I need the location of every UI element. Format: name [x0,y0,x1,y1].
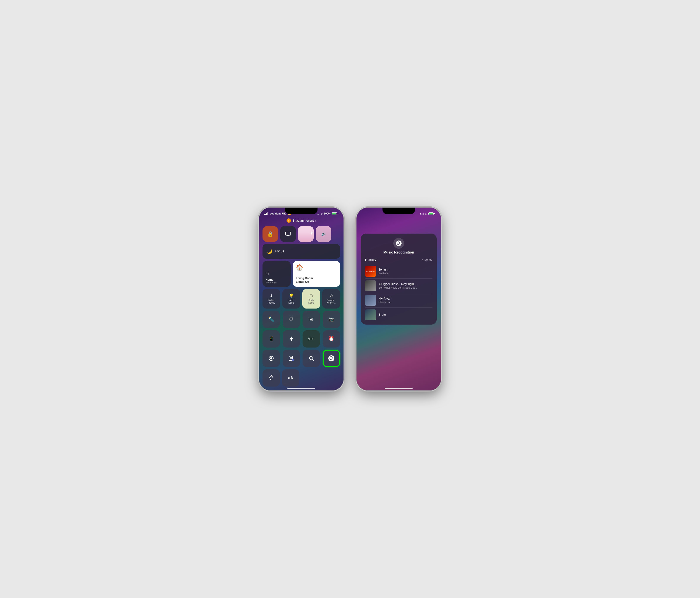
song-item-blast[interactable]: A Bigger Blast (Live;Origin... Ben Mille… [365,279,432,293]
svg-rect-4 [308,338,309,339]
timer-tile[interactable]: ⏱ [283,311,300,328]
phone2-screen: ▲▲▲ Music Recognition [356,208,441,390]
song-thumb-kaskade: KASKADE [365,266,376,277]
svg-rect-9 [312,338,313,339]
volume-icon: 🔊 [321,232,326,236]
steely-cover-art [365,295,376,306]
shazam-icon [328,355,335,362]
moon-icon: 🌙 [267,248,272,254]
phone1-screen: vodafone UK 📶 ▲ ⊙ 100% 🎙 Shazam, recentl… [259,208,344,390]
flashlight-icon: 🔦 [268,316,274,322]
home-sublabel: Favourites [266,281,277,284]
conserv-icon: ⊙ [330,293,333,298]
song-item-rival[interactable]: My Rival Steely Dan [365,293,432,308]
blast-info: A Bigger Blast (Live;Origin... Ben Mille… [379,282,432,289]
living-room-tile[interactable]: 🏠 Living RoomLights Off [293,261,340,287]
tonight-artist: Kaskade [379,272,432,275]
calculator-tile[interactable]: ⊞ [303,311,320,328]
rival-title: My Rival [379,297,432,300]
brightness-icon: ☀ [310,231,314,236]
remote-tile[interactable]: 📱 [262,330,280,348]
cc-row7 [262,350,340,367]
svg-rect-0 [285,232,291,235]
svg-rect-8 [312,338,312,340]
mirror-icon [285,232,291,236]
sound-analysis-tile[interactable] [303,330,320,348]
record-tile[interactable] [262,350,280,367]
focus-tile[interactable]: 🌙 Focus [262,244,340,259]
zoom-mag-tile[interactable] [303,350,320,367]
battery-icon2 [428,212,435,215]
status-right: ▲ ⊙ 100% [317,212,338,215]
alarm-icon: ⊙ [321,212,323,215]
home-icon: ⌂ [266,270,269,277]
blast-title: A Bigger Blast (Live;Origin... [379,282,432,286]
battery-icon [332,212,338,215]
phone2: ▲▲▲ Music Recognition [356,208,441,390]
shazam-logo-svg [396,240,402,246]
svg-point-12 [270,357,272,359]
timer-icon: ⏱ [289,316,294,322]
living-room-home-icon: 🏠 [296,264,303,271]
rival-info: My Rival Steely Dan [379,297,432,304]
text-size-icon: aA [288,376,293,380]
cc-row6: 📱 [262,330,340,348]
svg-rect-1 [287,236,289,236]
conservatory-tile[interactable]: ⊙ Conser...HomeP... [322,289,340,309]
cc-row8: aA [262,369,340,386]
living-label: Living...Lights [288,299,295,304]
home-label: Home [266,278,277,281]
waveform-icon [308,337,315,341]
cc-row3: ⌂ Home Favourites 🏠 Living RoomLights Of… [262,261,340,287]
cc-row5: 🔦 ⏱ ⊞ 📷 [262,311,340,328]
carrier-label: vodafone UK [270,212,286,215]
mr-history-header: History 4 Songs [365,258,432,262]
note-add-tile[interactable] [283,350,300,367]
shazam-logo [393,238,404,249]
notch2 [382,208,415,214]
screen-mirror-tile[interactable] [280,226,296,242]
kaskade-cover-art: KASKADE [365,266,376,277]
song-item-tonight[interactable]: KASKADE Tonight Kaskade [365,264,432,279]
home-favourites-tile[interactable]: ⌂ Home Favourites [262,261,291,287]
home-indicator[interactable] [287,388,315,389]
clock-tile[interactable]: ⏰ [323,330,340,348]
kitchen-therm-tile[interactable]: 🌡 KitchenTherm... [262,289,280,309]
therm-icon: 🌡 [270,293,273,298]
text-size-tile[interactable]: aA [282,369,299,386]
home-indicator-2[interactable] [385,388,413,389]
study-lights-tile[interactable]: ⬡ StudyLights [302,289,320,309]
notch [285,208,318,214]
flashlight-tile[interactable]: 🔦 [262,311,280,328]
lock-icon: 🔒 [267,231,274,237]
mr-card-header: Music Recognition [365,238,432,254]
accessibility-tile[interactable] [283,330,300,348]
zoom-icon [308,356,314,361]
history-label: History [365,258,376,262]
calc-icon: ⊞ [309,316,313,322]
phone1: vodafone UK 📶 ▲ ⊙ 100% 🎙 Shazam, recentl… [259,208,344,390]
brute-cover-art [365,309,376,320]
tonight-info: Tonight Kaskade [379,268,432,275]
song-item-brute[interactable]: Brute [365,308,432,320]
tonight-title: Tonight [379,268,432,271]
signal-icon2: ▲▲▲ [419,212,427,215]
cc-row4: 🌡 KitchenTherm... 💡 Living...Lights ⬡ St… [262,289,340,309]
svg-point-3 [291,337,292,338]
brute-info: Brute [379,313,432,317]
brute-title: Brute [379,313,432,316]
clock-icon: ⏰ [328,336,334,342]
volume-tile[interactable]: 🔊 [316,226,331,242]
brightness-tile[interactable]: ☀ [298,226,314,242]
battery-percent: 100% [324,212,330,215]
living-lights-tile[interactable]: 💡 Living...Lights [282,289,300,309]
shazam-banner[interactable]: 🎙 Shazam, recently [259,217,344,224]
svg-line-20 [312,359,314,361]
note-add-icon [289,356,294,361]
camera-tile[interactable]: 📷 [323,311,340,328]
camera-icon: 📷 [328,316,334,322]
shazam-tile[interactable] [323,350,340,367]
lock-rotation-tile[interactable]: 🔒 [262,226,278,242]
conserv-label: Conser...HomeP... [327,299,335,304]
hearing-tile[interactable] [262,369,280,386]
